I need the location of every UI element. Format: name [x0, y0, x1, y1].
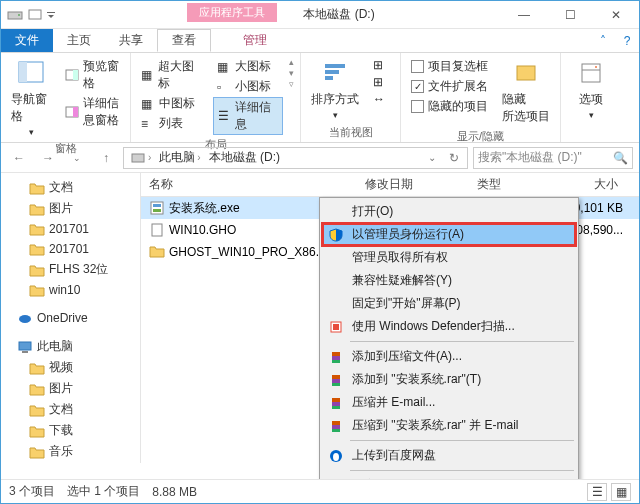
tree-item[interactable]: 音乐 [1, 441, 140, 462]
context-item[interactable]: 管理员取得所有权 [322, 246, 576, 269]
chk-item-checkboxes[interactable]: 项目复选框 [407, 57, 492, 76]
nav-tree[interactable]: 文档图片201701201701FLHS 32位win10OneDrive此电脑… [1, 173, 141, 463]
svg-rect-25 [152, 224, 162, 236]
back-button[interactable]: ← [7, 146, 31, 170]
maximize-button[interactable]: ☐ [547, 1, 593, 29]
context-item[interactable]: 固定到"开始"屏幕(P) [322, 292, 576, 315]
col-date: 修改日期 [357, 176, 469, 193]
close-button[interactable]: ✕ [593, 1, 639, 29]
folder-icon [29, 221, 45, 237]
context-item[interactable]: 以管理员身份运行(A) [322, 223, 576, 246]
tab-manage[interactable]: 管理 [229, 29, 281, 52]
context-item[interactable]: 使用 Windows Defender扫描... [322, 315, 576, 338]
status-selected: 选中 1 个项目 [67, 483, 140, 500]
layout-l[interactable]: ▦大图标 [213, 57, 283, 76]
svg-rect-3 [47, 12, 55, 13]
layout-detail[interactable]: ☰详细信息 [213, 97, 283, 135]
pc-icon [17, 339, 33, 355]
breadcrumb[interactable]: › 此电脑› 本地磁盘 (D:) ⌄ ↻ [123, 147, 468, 169]
view-details-icon[interactable]: ☰ [587, 483, 607, 501]
tree-item[interactable]: 文档 [1, 399, 140, 420]
baidu-icon [328, 448, 344, 464]
tree-item[interactable]: 图片 [1, 198, 140, 219]
search-placeholder: 搜索"本地磁盘 (D:)" [478, 149, 582, 166]
svg-rect-13 [517, 66, 535, 80]
tree-item[interactable]: 文档 [1, 177, 140, 198]
drive-icon [7, 7, 23, 23]
tab-strip: 文件 主页 共享 查看 管理 ˄ ? [1, 29, 639, 53]
tree-item[interactable]: 201701 [1, 239, 140, 259]
folder-icon [29, 402, 45, 418]
detail-pane-button[interactable]: 详细信息窗格 [61, 94, 124, 130]
svg-rect-10 [325, 64, 345, 68]
add-col-button[interactable]: ⊞ [369, 74, 389, 90]
svg-rect-17 [132, 154, 144, 162]
qat-item[interactable] [27, 7, 43, 23]
minimize-button[interactable]: — [501, 1, 547, 29]
folder-icon [29, 201, 45, 217]
autofit-button[interactable]: ↔ [369, 91, 389, 107]
svg-rect-12 [325, 76, 333, 80]
context-item[interactable]: 压缩到 "安装系统.rar" 并 E-mail [322, 414, 576, 437]
group-label-show: 显示/隐藏 [407, 127, 554, 146]
defender-icon [328, 319, 344, 335]
tree-item[interactable]: 下载 [1, 420, 140, 441]
context-item[interactable]: 上传到百度网盘 [322, 444, 576, 467]
chk-hidden-items[interactable]: 隐藏的项目 [407, 97, 492, 116]
hide-selected-button[interactable]: 隐藏 所选项目 [498, 55, 554, 127]
tree-item[interactable]: FLHS 32位 [1, 259, 140, 280]
search-input[interactable]: 搜索"本地磁盘 (D:)" 🔍 [473, 147, 633, 169]
svg-rect-14 [582, 64, 600, 82]
chk-file-ext[interactable]: ✓文件扩展名 [407, 77, 492, 96]
tree-item[interactable]: 桌面 [1, 462, 140, 463]
address-bar: ← → ⌄ ↑ › 此电脑› 本地磁盘 (D:) ⌄ ↻ 搜索"本地磁盘 (D:… [1, 143, 639, 173]
refresh-button[interactable]: ↻ [443, 146, 465, 170]
tree-item[interactable]: OneDrive [1, 308, 140, 328]
svg-rect-34 [332, 398, 340, 402]
up-button[interactable]: ↑ [94, 146, 118, 170]
address-dropdown[interactable]: ⌄ [421, 146, 443, 170]
sort-button[interactable]: 排序方式▾ [307, 55, 363, 122]
contextual-tab: 应用程序工具 [187, 1, 277, 28]
file-icon [149, 244, 165, 260]
cloud-icon [17, 310, 33, 326]
svg-rect-35 [332, 406, 340, 409]
context-item[interactable]: 添加到 "安装系统.rar"(T) [322, 368, 576, 391]
tree-item[interactable]: 201701 [1, 219, 140, 239]
help-button[interactable]: ? [615, 29, 639, 52]
folder-icon [29, 180, 45, 196]
layout-m[interactable]: ▦中图标 [137, 94, 207, 113]
svg-rect-2 [29, 10, 41, 19]
folder-icon [29, 282, 45, 298]
options-button[interactable]: 选项▾ [567, 55, 615, 122]
rar-icon [328, 372, 344, 388]
nav-pane-button[interactable]: 导航窗格▾ [7, 55, 55, 139]
history-button[interactable]: ⌄ [65, 146, 89, 170]
file-icon [149, 222, 165, 238]
tab-share[interactable]: 共享 [105, 29, 157, 52]
layout-s[interactable]: ▫小图标 [213, 77, 283, 96]
layout-list[interactable]: ≡列表 [137, 114, 207, 133]
qat-dropdown[interactable] [47, 11, 55, 19]
collapse-ribbon[interactable]: ˄ [591, 29, 615, 52]
tree-item[interactable]: 此电脑 [1, 336, 140, 357]
svg-point-16 [595, 66, 597, 68]
tree-item[interactable]: 视频 [1, 357, 140, 378]
tree-item[interactable]: 图片 [1, 378, 140, 399]
group-by-button[interactable]: ⊞ [369, 57, 389, 73]
context-item[interactable]: 打开(O) [322, 200, 576, 223]
svg-rect-28 [332, 352, 340, 356]
context-item[interactable]: 兼容性疑难解答(Y) [322, 269, 576, 292]
context-item[interactable]: 添加到压缩文件(A)... [322, 345, 576, 368]
column-headers[interactable]: 名称 修改日期 类型 大小 [141, 173, 639, 197]
tab-view[interactable]: 查看 [157, 29, 211, 52]
forward-button[interactable]: → [36, 146, 60, 170]
tab-file[interactable]: 文件 [1, 29, 53, 52]
tab-home[interactable]: 主页 [53, 29, 105, 52]
tree-item[interactable]: win10 [1, 280, 140, 300]
context-menu: 打开(O)以管理员身份运行(A)管理员取得所有权兼容性疑难解答(Y)固定到"开始… [319, 197, 579, 504]
context-item[interactable]: 压缩并 E-mail... [322, 391, 576, 414]
preview-pane-button[interactable]: 预览窗格 [61, 57, 124, 93]
layout-xl[interactable]: ▦超大图标 [137, 57, 207, 93]
view-thumbs-icon[interactable]: ▦ [611, 483, 631, 501]
